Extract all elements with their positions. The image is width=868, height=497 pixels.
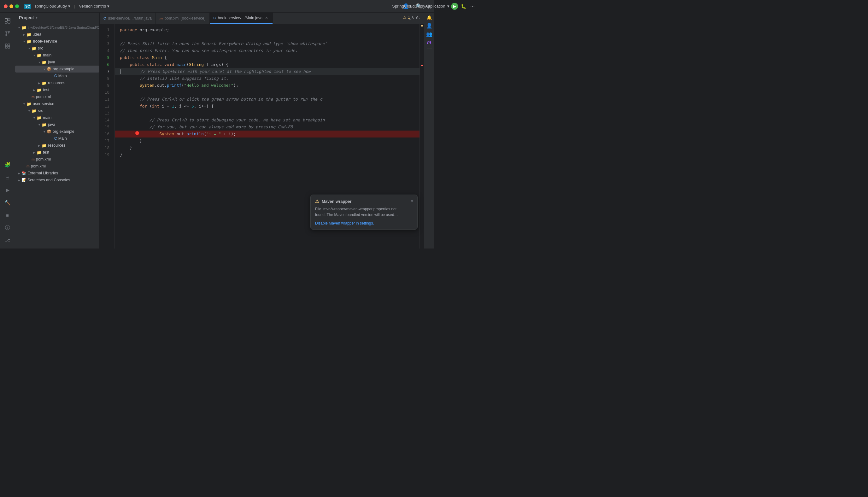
activity-run-icon[interactable]: ▶	[2, 184, 13, 196]
code-line-9: System.out.printf("Hello and welcome!");	[115, 82, 419, 89]
ln-2: 2	[100, 33, 112, 40]
right-panel-icon-1[interactable]: 👤	[426, 23, 432, 29]
tree-item-orgexample-user[interactable]: ▾ 📦 org.example	[15, 128, 99, 135]
code-line-2	[115, 33, 419, 40]
ext-libs-icon: 📚	[22, 171, 26, 175]
svg-rect-2	[8, 20, 10, 23]
right-panel-icon-2[interactable]: 👥	[426, 31, 432, 37]
tree-item-resources-user[interactable]: ▶ 📁 resources	[15, 142, 99, 149]
sidebar-title: Project	[19, 15, 34, 20]
activity-more-icon[interactable]: ···	[2, 53, 13, 64]
xml-icon-pom-user: m	[31, 157, 35, 161]
activity-structure-icon[interactable]: ⊟	[2, 172, 13, 183]
tree-arrow-java-book: ▾	[37, 60, 42, 64]
warning-nav-down[interactable]: ∨	[415, 15, 418, 19]
package-icon-orgexample-book: 📦	[47, 67, 52, 71]
error-gutter-mark	[421, 65, 423, 66]
maven-icon[interactable]: m	[427, 40, 431, 45]
vcs-label: Version control	[79, 4, 106, 9]
tree-item-src-book[interactable]: ▾ 📁 src	[15, 45, 99, 52]
tree-item-pom-book[interactable]: ▶ m pom.xml	[15, 93, 99, 100]
line-numbers: 1 2 3 4 5 ▶ 6 ▶ 7 8 9 10 11 12 13 14	[100, 24, 115, 248]
warning-nav-up[interactable]: ∧	[411, 15, 414, 19]
run-config[interactable]: SpringCloudStudyApplication ▾	[392, 4, 434, 9]
svg-rect-9	[5, 46, 7, 48]
sidebar-tree: ▾ 📁 springCloudStudy ~/Desktop/CS/JavaEE…	[15, 23, 99, 248]
tree-item-main-book[interactable]: ▾ 📁 main	[15, 52, 99, 59]
tree-arrow-root: ▾	[16, 26, 22, 29]
tree-label-scratches: Scratches and Consoles	[27, 178, 70, 182]
tree-item-idea[interactable]: ▶ 📁 .idea	[15, 31, 99, 38]
tree-item-pom-user[interactable]: ▶ m pom.xml	[15, 156, 99, 163]
tab-book-main[interactable]: C book-service/.../Main.java ✕	[210, 13, 273, 24]
warning-gutter-mark	[421, 25, 423, 27]
tab-pom[interactable]: m pom.xml (book-service)	[156, 13, 210, 24]
activity-puzzle-icon[interactable]: 🧩	[2, 159, 13, 170]
ln-16: 16	[100, 130, 112, 138]
tree-item-main-java-user[interactable]: ▶ C Main	[15, 135, 99, 142]
right-gutter	[419, 24, 424, 248]
folder-icon-root: 📁	[22, 25, 27, 30]
tree-item-java-book[interactable]: ▾ 📁 java	[15, 59, 99, 66]
activity-terminal-icon[interactable]: ▣	[2, 209, 13, 221]
tree-item-user-service[interactable]: ▾ 📁 user-service	[15, 100, 99, 107]
tree-item-src-user[interactable]: ▾ 📁 src	[15, 107, 99, 114]
tree-item-java-user[interactable]: ▾ 📁 java	[15, 121, 99, 128]
tree-label-pom-user: pom.xml	[36, 157, 51, 161]
activity-git-icon[interactable]	[2, 28, 13, 39]
code-line-17: }	[115, 138, 419, 144]
sidebar-dropdown[interactable]: ▾	[35, 15, 38, 20]
tree-arrow-main-user: ▾	[31, 116, 37, 119]
titlebar: SC springCloudStudy ▾ | Version control …	[0, 0, 434, 13]
tree-item-main-user[interactable]: ▾ 📁 main	[15, 114, 99, 121]
tab-close-3[interactable]: ✕	[264, 16, 269, 20]
main-layout: ··· 🧩 ⊟ ▶ 🔨 ▣ ⓘ ⎇ Project ▾ ▾ 📁 springCl…	[0, 13, 434, 248]
code-line-1: package org.example;	[115, 27, 419, 33]
tab-bar: C user-service/.../Main.java m pom.xml (…	[100, 13, 424, 24]
tree-item-pom-root[interactable]: ▶ m pom.xml	[15, 163, 99, 170]
vcs-selector[interactable]: Version control ▾	[79, 4, 110, 9]
tree-item-orgexample-book[interactable]: ▾ 📦 org.example	[15, 66, 99, 72]
tree-label-src-user: src	[38, 109, 43, 113]
activity-plugins-icon[interactable]	[2, 40, 13, 52]
svg-point-6	[6, 34, 7, 36]
project-selector[interactable]: springCloudStudy ▾	[34, 4, 70, 9]
ln-14: 14	[100, 117, 112, 124]
tree-item-book-service[interactable]: ▾ 📁 book-service	[15, 38, 99, 45]
minimize-button[interactable]	[10, 4, 13, 8]
activity-build-icon[interactable]: 🔨	[2, 197, 13, 208]
tree-label-ext-libs: External Libraries	[27, 171, 58, 175]
project-dropdown-icon[interactable]: ▾	[68, 4, 70, 9]
ln-17: 17	[100, 138, 112, 144]
close-button[interactable]	[4, 4, 8, 8]
java-icon-main-user: C	[54, 136, 57, 141]
notification-header: ⚠ Maven wrapper ▾	[315, 199, 413, 204]
code-line-18: }	[115, 144, 419, 151]
tree-item-test-user[interactable]: ▶ 📁 test	[15, 149, 99, 156]
tree-item-root[interactable]: ▾ 📁 springCloudStudy ~/Desktop/CS/JavaEE…	[15, 24, 99, 31]
svg-rect-1	[8, 18, 10, 20]
tree-label-pom-book: pom.xml	[36, 95, 51, 99]
folder-icon-resources-user: 📁	[42, 143, 47, 148]
ln-19: 19	[100, 151, 112, 158]
right-panel-separator	[427, 48, 432, 49]
tree-item-test-book[interactable]: ▶ 📁 test	[15, 86, 99, 93]
notification-warning-icon: ⚠	[315, 199, 319, 204]
activity-project-icon[interactable]	[2, 15, 13, 27]
maximize-button[interactable]	[15, 4, 19, 8]
notification-settings-link[interactable]: Disable Maven wrapper in settings.	[315, 221, 374, 226]
tree-item-main-java-book[interactable]: ▶ C Main	[15, 72, 99, 80]
tree-item-scratches[interactable]: ▶ 📝 Scratches and Consoles	[15, 176, 99, 184]
vcs-dropdown-icon[interactable]: ▾	[107, 4, 110, 9]
folder-icon-book: 📁	[27, 39, 31, 44]
notifications-icon[interactable]: 🔔	[426, 15, 432, 20]
tree-label-resources-user: resources	[48, 143, 65, 147]
tree-item-resources-book[interactable]: ▶ 📁 resources	[15, 80, 99, 86]
tree-item-ext-libs[interactable]: ▶ 📚 External Libraries	[15, 170, 99, 176]
activity-problems-icon[interactable]: ⓘ	[2, 222, 13, 233]
notification-expand-button[interactable]: ▾	[411, 199, 413, 203]
notification-body: File .mvn/wrapper/maven-wrapper.properti…	[315, 206, 413, 217]
activity-git-bottom-icon[interactable]: ⎇	[2, 235, 13, 246]
tab-user-main[interactable]: C user-service/.../Main.java	[100, 13, 156, 24]
code-line-12: for (int i = 1; i <= 5; i++) {	[115, 103, 419, 110]
